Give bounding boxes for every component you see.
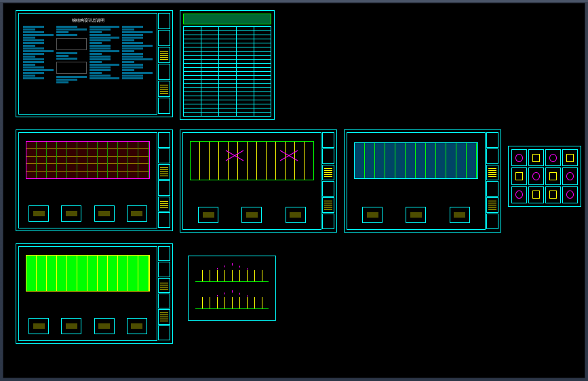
note-line [56,28,87,31]
anchor-detail [198,207,218,223]
title-block-cell [158,309,170,324]
note-line [90,37,120,39]
note-line [122,61,153,63]
anchor-detail [286,207,306,223]
foundation-detail [28,205,49,222]
building-outline [354,142,478,179]
sheet-border [182,132,321,230]
connection-detail [528,149,544,166]
note-line [23,37,54,39]
sheet-roof-framing-plan[interactable] [344,129,501,233]
note-line [90,58,120,60]
table-header [183,14,271,24]
detail-strip [189,205,315,225]
notes-col-3 [90,26,120,110]
note-line [90,47,120,49]
note-line [56,81,87,83]
title-block-cell [158,132,170,148]
sheet-foundation-plan[interactable] [16,129,173,231]
structural-grid [26,142,149,178]
note-line [23,77,54,79]
title-block [158,246,170,341]
note-line [23,28,54,31]
foundation-detail [127,205,147,222]
title-block-cell [158,294,170,308]
note-line [23,42,54,44]
connection-detail [562,149,578,166]
note-line [122,69,153,71]
title-block-cell [322,181,334,197]
sheet-border [18,246,157,341]
connection-detail [511,167,527,184]
panel-detail [94,318,115,334]
sheet-general-notes[interactable]: 钢结构设计总说明 [16,10,173,117]
section-a [195,263,269,282]
notes-col-4 [122,26,153,110]
roof-detail [362,207,383,223]
note-line [90,45,120,47]
detail-strip [24,316,151,336]
sheet-frame-sections[interactable] [188,256,276,321]
note-line [90,61,120,63]
title-block [158,132,170,228]
title-block-cell [158,180,170,196]
note-line [23,39,54,41]
title-block-cell [158,164,170,180]
sheet-anchor-bolt-plan[interactable] [180,129,337,233]
foundation-detail [61,205,81,222]
note-line [56,76,87,78]
title-block-cell [158,246,170,261]
note-line [122,28,153,31]
connection-detail [545,186,561,203]
sheet-roof-panel-plan[interactable] [16,243,173,344]
note-diagram [56,38,87,50]
title-block [486,132,498,230]
column-lines [195,297,269,308]
sheet-title: 钢结构设计总说明 [72,18,104,24]
note-line [90,31,120,33]
note-line [56,26,87,28]
note-line [90,42,120,44]
note-line [122,34,153,36]
note-line [122,31,153,33]
sheet-drawing-list[interactable] [180,10,275,120]
title-block-cell [158,13,170,29]
cad-model-space-viewport[interactable]: 钢结构设计总说明 [3,3,585,378]
note-line [23,72,54,74]
note-line [90,50,120,52]
note-line [56,79,87,81]
note-line [122,37,153,39]
title-block-cell [486,197,498,213]
note-line [90,34,120,36]
title-block-cell [322,165,334,180]
purlin-lines [355,143,477,178]
notes-col-2 [56,26,87,110]
building-outline [26,255,150,292]
note-line [23,69,54,71]
title-block-cell [158,197,170,212]
note-line [56,58,87,60]
connection-detail [545,149,561,166]
note-line [56,55,87,57]
title-block-cell [158,262,170,277]
title-block-cell [486,181,498,197]
note-line [23,34,54,36]
note-line [23,58,54,60]
note-line [23,75,54,77]
note-line [122,77,153,79]
note-line [122,66,153,68]
note-line [122,45,153,47]
note-line [122,58,153,60]
title-block-cell [322,148,334,164]
note-line [90,69,120,71]
note-line [23,61,54,63]
sheet-connection-details[interactable] [508,146,581,207]
panel-grid [26,256,149,291]
note-line [23,26,54,28]
panel-detail [61,318,81,334]
note-line [23,53,54,55]
title-block-cell [158,81,170,97]
note-line [122,53,153,55]
note-line [90,75,120,77]
note-line [122,47,153,49]
